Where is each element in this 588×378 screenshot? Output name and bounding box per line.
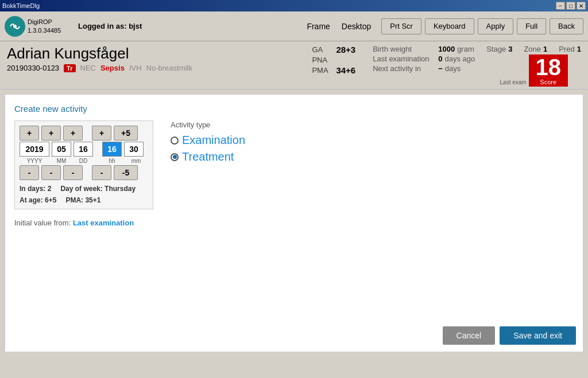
treatment-label: Treatment <box>182 150 234 163</box>
month-minus-button[interactable]: - <box>41 165 61 180</box>
zone-value: 1 <box>543 45 547 53</box>
year-label: YYYY <box>20 158 49 164</box>
day-plus-button[interactable]: + <box>63 126 83 141</box>
next-activity-label: Next activity in <box>373 64 436 73</box>
ga-row: GA 28+3 <box>312 45 355 54</box>
app-version: 1.3.0.34485 <box>28 26 61 34</box>
at-age-value: 6+5 <box>45 196 56 204</box>
last-exam-label: Last examination <box>373 54 436 63</box>
title-bar-title: BokkTimeDlg <box>2 2 40 9</box>
title-bar-controls: − □ ✕ <box>556 2 586 10</box>
examination-option[interactable]: Examination <box>171 134 245 147</box>
badge-nobreastmilk: No-breastmilk <box>146 64 192 72</box>
pred-value: 1 <box>577 45 581 53</box>
birth-weight-row: Birth weight 1000 gram <box>373 45 475 53</box>
day-label: DD <box>74 158 93 164</box>
activity-type-label: Activity type <box>171 120 245 129</box>
badge-nec: NEC <box>80 64 96 72</box>
close-button[interactable]: ✕ <box>577 2 586 10</box>
year-plus-button[interactable]: + <box>20 126 39 141</box>
minimize-button[interactable]: − <box>556 2 565 10</box>
year-field[interactable]: 2019 <box>20 142 49 157</box>
pma-picker-label: PMA: <box>65 196 83 204</box>
hour-label: hh <box>102 158 122 164</box>
ga-label: GA <box>312 45 334 54</box>
last-exam-unit: days ago <box>444 54 475 63</box>
patient-info: Adrian Kungsfågel 20190330-0123 Tr NEC S… <box>7 45 300 72</box>
minute-label: mm <box>124 158 148 164</box>
in-days-label: In days: <box>20 185 45 193</box>
patient-header: Adrian Kungsfågel 20190330-0123 Tr NEC S… <box>0 41 588 89</box>
hour-minus-button[interactable]: - <box>92 165 111 180</box>
labels-row: YYYY MM DD hh mm <box>20 158 148 164</box>
nav-links: Frame Desktop <box>307 22 371 31</box>
vital-stats: GA 28+3 PNA PMA 34+6 <box>312 45 355 75</box>
cancel-button[interactable]: Cancel <box>443 326 496 345</box>
minute-plus5-button[interactable]: +5 <box>114 126 138 141</box>
full-button[interactable]: Full <box>517 18 546 34</box>
last-exam-text: Last exam <box>500 79 527 87</box>
stage-item: Stage 3 <box>486 45 512 53</box>
in-days-info: In days: 2 <box>20 185 51 193</box>
birth-weight-unit: gram <box>457 45 474 53</box>
back-button[interactable]: Back <box>550 18 583 34</box>
apply-button[interactable]: Apply <box>478 18 514 34</box>
treatment-radio[interactable] <box>171 153 179 161</box>
treatment-option[interactable]: Treatment <box>171 150 245 163</box>
zone-label: Zone <box>524 45 541 53</box>
pred-item: Pred 1 <box>559 45 581 53</box>
picker-info-2: At age: 6+5 PMA: 35+1 <box>20 196 148 204</box>
hour-field[interactable]: 16 <box>102 142 122 157</box>
patient-id: 20190330-0123 <box>7 64 59 72</box>
frame-link[interactable]: Frame <box>307 22 330 31</box>
values-row: 2019 05 16 16 30 <box>20 142 148 157</box>
zone-item: Zone 1 <box>524 45 547 53</box>
examination-radio[interactable] <box>171 137 179 145</box>
maximize-button[interactable]: □ <box>566 2 575 10</box>
toolbar: DigiROP 1.3.0.34485 Logged in as: bjst F… <box>0 11 588 41</box>
bottom-bar: Cancel Save and exit <box>443 326 576 345</box>
score-panel: Stage 3 Zone 1 Pred 1 Last exam 18 Score <box>486 45 581 87</box>
stage-value: 3 <box>508 45 512 53</box>
logo-area: DigiROP 1.3.0.34485 <box>5 16 74 37</box>
username: bjst <box>129 22 142 30</box>
initial-value-link[interactable]: Last examination <box>73 219 134 227</box>
minute-field[interactable]: 30 <box>124 142 144 157</box>
in-days-value: 2 <box>48 185 52 193</box>
picker-info: In days: 2 Day of week: Thursday <box>20 185 148 193</box>
pma-label: PMA <box>312 66 334 75</box>
day-of-week-label: Day of week: <box>60 185 102 193</box>
svg-point-1 <box>13 25 17 28</box>
examination-label: Examination <box>182 134 245 147</box>
badge-tr: Tr <box>64 64 75 72</box>
month-plus-button[interactable]: + <box>41 126 61 141</box>
plus-buttons-row: + + + + +5 <box>20 126 148 141</box>
section-title: Create new activity <box>14 104 574 114</box>
badge-ivh: IVH <box>129 64 142 72</box>
save-exit-button[interactable]: Save and exit <box>500 326 576 345</box>
next-activity-value: − <box>438 64 443 73</box>
day-field[interactable]: 16 <box>74 142 93 157</box>
at-age-label: At age: <box>20 196 43 204</box>
app-logo <box>5 16 25 37</box>
desktop-link[interactable]: Desktop <box>342 22 371 31</box>
minus-buttons-row: - - - - -5 <box>20 165 148 180</box>
birth-weight-label: Birth weight <box>373 45 436 53</box>
window-title: BokkTimeDlg <box>2 2 40 9</box>
pna-row: PNA <box>312 56 355 64</box>
score-number: 18 <box>535 56 561 79</box>
toolbar-buttons: Prt Scr Keyboard Apply Full Back <box>381 18 583 34</box>
year-minus-button[interactable]: - <box>20 165 39 180</box>
initial-value-row: Initial value from: Last examination <box>14 219 574 227</box>
keyboard-button[interactable]: Keyboard <box>425 18 474 34</box>
prtscr-button[interactable]: Prt Scr <box>381 18 421 34</box>
day-minus-button[interactable]: - <box>63 165 83 180</box>
month-label: MM <box>52 158 71 164</box>
datetime-picker: + + + + +5 2019 05 16 16 30 YYYY MM DD <box>14 120 153 209</box>
birth-stats: Birth weight 1000 gram Last examination … <box>373 45 475 73</box>
hour-plus-button[interactable]: + <box>92 126 111 141</box>
month-field[interactable]: 05 <box>52 142 71 157</box>
last-exam-row: Last examination 0 days ago <box>373 54 475 63</box>
activity-type-panel: Activity type Examination Treatment <box>171 120 245 167</box>
minute-minus5-button[interactable]: -5 <box>114 165 138 180</box>
